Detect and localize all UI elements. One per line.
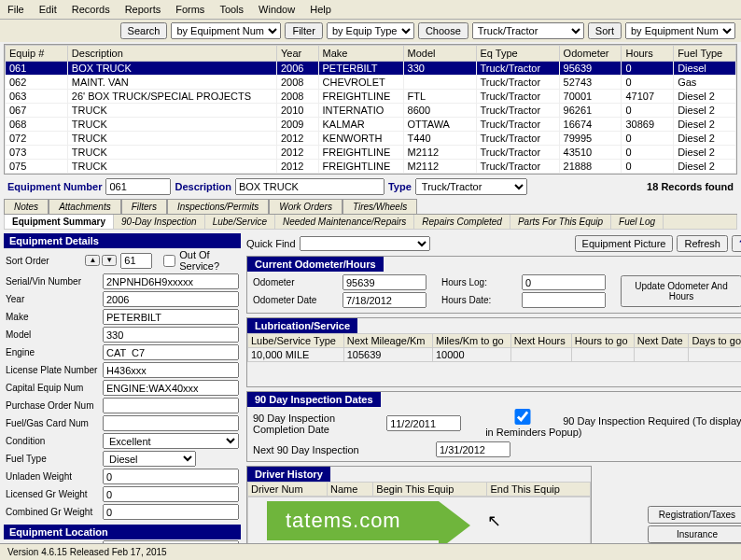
side-button[interactable]: Registration/Taxes	[648, 506, 741, 524]
choose-button[interactable]: Choose	[418, 22, 468, 39]
table-row[interactable]: 062MAINT. VAN2008CHEVROLETTruck/Tractor5…	[6, 76, 736, 90]
table-row[interactable]: 06326' BOX TRUCK/SPECIAL PROJECTS2008FRE…	[6, 90, 736, 104]
table-row[interactable]: 068TRUCK2009KALMAROTTAWATruck/Tractor166…	[6, 118, 736, 132]
odo-label: Odometer	[253, 277, 337, 287]
capeq-label: Capital Equip Num	[6, 383, 99, 393]
grid-col[interactable]: Equip #	[6, 46, 68, 62]
subtab[interactable]: Equipment Summary	[5, 215, 114, 229]
subtab[interactable]: Needed Maintenance/Repairs	[275, 215, 414, 229]
unladen-field[interactable]	[103, 469, 239, 484]
sort-dn[interactable]: ▼	[102, 255, 117, 266]
driver-grid[interactable]: Driver NumNameBegin This EquipEnd This E…	[247, 482, 591, 497]
year-field[interactable]	[103, 291, 239, 307]
grid-col[interactable]: Odometer	[559, 46, 622, 62]
update-odometer-button[interactable]: Update Odometer And Hours	[621, 275, 741, 307]
engine-field[interactable]	[103, 344, 239, 360]
choose-select[interactable]: Truck/Tractor	[472, 22, 584, 39]
out-of-service-check[interactable]	[163, 253, 175, 269]
insp-required-check[interactable]	[485, 409, 560, 425]
hrslog-field[interactable]	[522, 274, 606, 290]
menu-forms[interactable]: Forms	[175, 4, 204, 15]
make-label: Make	[6, 312, 99, 322]
lube-grid[interactable]: Lube/Service TypeNext Mileage/KmMiles/Km…	[247, 333, 741, 362]
menu-file[interactable]: File	[7, 4, 24, 15]
sort-button[interactable]: Sort	[588, 22, 622, 39]
subtab[interactable]: Lube/Service	[205, 215, 275, 229]
tab[interactable]: Work Orders	[269, 199, 343, 214]
type-select[interactable]: Truck/Tractor	[415, 178, 527, 195]
po-field[interactable]	[103, 398, 239, 413]
table-row[interactable]: 073TRUCK2012FREIGHTLINEM2112Truck/Tracto…	[6, 146, 736, 160]
cond-select[interactable]: Excellent	[103, 433, 239, 449]
quickfind-label: Quick Find	[246, 238, 296, 249]
menu-records[interactable]: Records	[72, 4, 110, 15]
sort-by-select[interactable]: by Equipment Num	[625, 22, 735, 39]
capeq-field[interactable]	[103, 380, 239, 396]
licgr-field[interactable]	[103, 486, 239, 502]
grid-col[interactable]: Model	[403, 46, 476, 62]
odometer-header: Current Odometer/Hours	[247, 257, 384, 272]
grid-col[interactable]: Description	[67, 46, 276, 62]
serial-field[interactable]	[103, 273, 239, 289]
odometer-hours-panel: Current Odometer/Hours Odometer Hours Lo…	[246, 256, 741, 314]
refresh-button[interactable]: Refresh	[677, 235, 728, 252]
search-filter-toolbar: Search by Equipment Num Filter by Equip …	[0, 20, 741, 42]
menu-tools[interactable]: Tools	[219, 4, 244, 15]
fuelcard-field[interactable]	[103, 415, 239, 431]
grid-col[interactable]: Hours	[622, 46, 674, 62]
grid-col[interactable]: Make	[318, 46, 403, 62]
tab[interactable]: Attachments	[49, 199, 121, 214]
filter-button[interactable]: Filter	[285, 22, 322, 39]
model-field[interactable]	[103, 327, 239, 343]
cond-label: Condition	[6, 436, 99, 446]
table-row[interactable]: 072TRUCK2012KENWORTHT440Truck/Tractor799…	[6, 132, 736, 146]
table-row[interactable]: 061BOX TRUCK2006PETERBILT330Truck/Tracto…	[6, 62, 736, 76]
table-row[interactable]: 075TRUCK2012FREIGHTLINEM2112Truck/Tracto…	[6, 160, 736, 174]
subtab[interactable]: Parts For This Equip	[510, 215, 611, 229]
inspection-panel: 90 Day Inspection Dates 90 Day Inspectio…	[246, 391, 741, 462]
sort-order-field[interactable]	[120, 253, 152, 269]
grid-col[interactable]: Eq Type	[476, 46, 559, 62]
grid-col[interactable]: Year	[276, 46, 318, 62]
side-button[interactable]: Insurance	[648, 525, 741, 543]
make-field[interactable]	[103, 309, 239, 325]
tab[interactable]: Inspections/Permits	[167, 199, 269, 214]
plate-field[interactable]	[103, 362, 239, 378]
table-row[interactable]: 067TRUCK2010INTERNATIO8600Truck/Tractor9…	[6, 104, 736, 118]
fueltype-select[interactable]: Diesel	[103, 451, 196, 467]
grid-col[interactable]: Fuel Type	[674, 46, 736, 62]
tab[interactable]: Notes	[4, 199, 49, 214]
equipment-picture-button[interactable]: Equipment Picture	[575, 235, 674, 252]
quickfind-select[interactable]	[300, 236, 430, 251]
subtab[interactable]: Fuel Log	[611, 215, 664, 229]
combgr-field[interactable]	[103, 504, 239, 520]
equipment-grid[interactable]: Equip #DescriptionYearMakeModelEq TypeOd…	[4, 44, 737, 175]
insp-next-field[interactable]	[436, 441, 510, 457]
help-icon[interactable]: ?	[732, 235, 741, 252]
menu-reports[interactable]: Reports	[125, 4, 161, 15]
search-button[interactable]: Search	[120, 22, 168, 39]
desc-field[interactable]	[235, 178, 384, 195]
search-by-select[interactable]: by Equipment Num	[171, 22, 281, 39]
menu-window[interactable]: Window	[259, 4, 295, 15]
sub-tabs: Equipment Summary90-Day InspectionLube/S…	[4, 215, 737, 230]
serial-label: Serial/Vin Number	[6, 276, 99, 287]
insp-comp-field[interactable]	[386, 415, 461, 431]
hrsdate-field[interactable]	[522, 292, 606, 308]
type-label: Type	[388, 181, 412, 192]
odo-field[interactable]	[343, 274, 426, 290]
eqnum-label: Equipment Number	[7, 181, 102, 192]
tab[interactable]: Filters	[121, 199, 167, 214]
ododate-field[interactable]	[343, 292, 426, 308]
hrsdate-label: Hours Date:	[441, 295, 516, 305]
eqnum-field[interactable]	[105, 178, 171, 195]
filter-by-select[interactable]: by Equip Type	[327, 22, 414, 39]
menu-help[interactable]: Help	[310, 4, 331, 15]
cursor-icon: ↖	[487, 511, 501, 531]
sort-up[interactable]: ▲	[85, 255, 100, 266]
menu-edit[interactable]: Edit	[39, 4, 57, 15]
equipment-details-header: Equipment Details	[4, 233, 241, 248]
subtab[interactable]: Repairs Completed	[414, 215, 510, 229]
tab[interactable]: Tires/Wheels	[343, 199, 417, 214]
subtab[interactable]: 90-Day Inspection	[114, 215, 205, 229]
